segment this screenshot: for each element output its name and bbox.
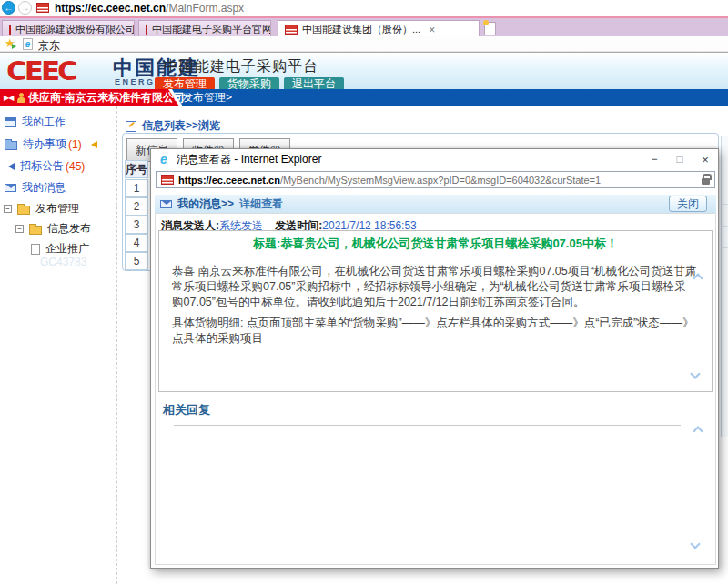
folder-icon	[5, 141, 17, 150]
browser-window: ← → https://ec.ceec.net.cn/MainForm.aspx…	[0, 0, 728, 584]
sidebar-item-todo[interactable]: 待办事项 (1)	[5, 137, 97, 151]
ceec-favicon-icon	[285, 25, 298, 35]
tree-node-label: 发布管理	[35, 201, 79, 216]
maximize-icon[interactable]: □	[667, 149, 693, 170]
ceec-favicon-icon	[36, 3, 49, 13]
favorites-star-icon[interactable]: ★	[5, 36, 15, 50]
ceec-favicon-icon	[9, 25, 11, 35]
message-section-subtitle: 详细查看	[239, 196, 283, 212]
sidebar-item-label: 招标公告	[20, 158, 64, 174]
collapse-icon[interactable]	[4, 205, 12, 213]
envelope-icon	[160, 200, 172, 208]
speaker-icon	[5, 163, 15, 170]
notice-count-badge: (45)	[66, 160, 85, 173]
table-grid-line	[721, 247, 728, 248]
table-row[interactable]: 5	[125, 252, 148, 270]
nav-tab-publish[interactable]: 发布管理	[155, 77, 215, 90]
tab-close-icon[interactable]: ×	[429, 24, 435, 36]
message-body-paragraph: 具体货物明细: 点页面顶部主菜单的“货物采购”——》点左栏具体的采购方式——》点…	[172, 316, 697, 347]
tab-label: 中国能建电子采购平台官网	[152, 23, 271, 36]
folder-icon	[29, 226, 42, 235]
tree-node-enterprise-promo[interactable]: 企业推广	[31, 242, 89, 256]
dialog-url-path: /MyBench/MySystemMsgView.aspx?pID=0&msgI…	[280, 175, 601, 186]
page-icon	[31, 244, 40, 255]
browser-tab-1[interactable]: 中国能源建设股份有限公司	[2, 20, 135, 38]
tree-node-label: 信息发布	[47, 221, 91, 237]
browser-tab-2[interactable]: 中国能建电子采购平台官网	[138, 20, 271, 38]
lock-icon	[702, 178, 710, 185]
new-tab-button[interactable]	[484, 22, 496, 35]
dialog-address-bar[interactable]: https://ec.ceec.net.cn/MyBench/MySystemM…	[156, 171, 715, 188]
address-bar[interactable]: https://ec.ceec.net.cn/MainForm.aspx	[55, 2, 244, 15]
sidebar-item-my-work[interactable]: 我的工作	[5, 116, 66, 129]
site-header: CEEC 中国能建 ENERGY CHINA 中国能建电子采购平台 发布管理 货…	[0, 52, 728, 89]
address-domain: https://ec.ceec.net.cn	[55, 2, 166, 15]
envelope-icon	[5, 184, 16, 192]
sidebar-divider	[116, 106, 117, 584]
address-bar-row: ← → https://ec.ceec.net.cn/MainForm.aspx	[0, 0, 728, 16]
forward-button[interactable]: →	[18, 1, 32, 15]
ceec-favicon-icon	[161, 175, 174, 185]
table-grid-line	[721, 204, 728, 205]
message-body-box: 标题:恭喜贵公司，机械化公司货送甘肃常乐项目螺栓采购07.05中标！ 恭喜 南京…	[158, 230, 713, 392]
folder-icon	[17, 206, 30, 215]
tree-node-label: 企业推广	[46, 241, 89, 257]
sidebar-item-tender-notice[interactable]: 招标公告 (45)	[5, 159, 85, 173]
table-row[interactable]: 1	[125, 179, 148, 197]
table-header-index: 序号	[125, 160, 148, 178]
marquee-icon	[4, 89, 13, 106]
message-section-title: 我的消息>>	[177, 196, 234, 212]
tree-node-info-publish[interactable]: 信息发布	[15, 222, 91, 236]
back-button[interactable]: ←	[2, 1, 15, 15]
favorites-bar: ★ 京东	[0, 36, 728, 52]
content-breadcrumb-label: 信息列表>>浏览	[142, 118, 220, 134]
dialog-title-bar[interactable]: 消息查看器 - Internet Explorer − □ ×	[151, 149, 718, 170]
sidebar-item-my-messages[interactable]: 我的消息	[5, 181, 66, 195]
content-breadcrumb: 信息列表>>浏览	[126, 119, 220, 133]
browser-tab-3-active[interactable]: 中国能建设集团（股份）... ×	[278, 20, 480, 38]
watermark: GC43783	[40, 256, 86, 268]
ceec-favicon-icon	[146, 25, 147, 35]
list-icon	[126, 121, 136, 132]
message-body-paragraph: 恭喜 南京云来标准件有限公司，在机械化公司货送甘肃常乐项目螺栓采购07.05项目…	[172, 264, 697, 310]
sidebar-item-label: 待办事项	[23, 136, 66, 152]
minimize-icon[interactable]: −	[642, 149, 667, 170]
ie-page-icon	[23, 38, 33, 50]
table-row[interactable]: 4	[125, 234, 148, 252]
dialog-window-controls: − □ ×	[642, 149, 718, 170]
tab-label: 中国能建设集团（股份）...	[302, 23, 420, 36]
ceec-logo: CEEC	[6, 55, 76, 86]
dialog-url-domain: https://ec.ceec.net.cn	[178, 175, 280, 186]
table-grid-line	[721, 226, 728, 227]
supplier-name: 供应商-南京云来标准件有限公司	[28, 89, 185, 106]
table-row[interactable]: 2	[125, 197, 148, 216]
dialog-url: https://ec.ceec.net.cn/MyBench/MySystemM…	[178, 175, 697, 186]
site-title: 中国能建电子采购平台	[164, 57, 318, 76]
horn-icon	[87, 141, 97, 148]
reply-section-title: 相关回复	[163, 402, 210, 418]
supplier-banner: 供应商-南京云来标准件有限公司 发布管理>	[0, 89, 728, 106]
close-icon[interactable]: ×	[693, 149, 718, 170]
tab-label: 中国能源建设股份有限公司	[15, 23, 135, 36]
main-nav: 发布管理 货物采购 退出平台	[155, 77, 344, 90]
sidebar-item-label: 我的工作	[22, 115, 66, 130]
reply-divider	[174, 425, 681, 426]
message-viewer-dialog: 消息查看器 - Internet Explorer − □ × https://…	[150, 148, 719, 569]
user-icon	[17, 93, 25, 103]
dialog-title: 消息查看器 - Internet Explorer	[177, 152, 321, 167]
nav-tab-exit[interactable]: 退出平台	[284, 77, 344, 90]
todo-count-badge: (1)	[68, 138, 82, 151]
banner-breadcrumb: 发布管理>	[182, 89, 232, 106]
message-header-strip: 我的消息>> 详细查看	[155, 195, 716, 214]
sidebar-item-label: 我的消息	[22, 180, 66, 196]
collapse-icon[interactable]	[15, 225, 24, 233]
address-path: /MainForm.aspx	[166, 2, 244, 15]
window-icon	[5, 117, 16, 127]
nav-tab-goods[interactable]: 货物采购	[219, 77, 279, 90]
table-right-edge	[721, 136, 728, 437]
table-row[interactable]: 3	[125, 216, 148, 234]
tree-node-publish-mgmt[interactable]: 发布管理	[4, 202, 79, 216]
close-button[interactable]: 关闭	[669, 196, 707, 212]
ie-icon	[157, 154, 170, 166]
browser-tab-bar: 中国能源建设股份有限公司 中国能建电子采购平台官网 中国能建设集团（股份）...…	[0, 16, 728, 36]
